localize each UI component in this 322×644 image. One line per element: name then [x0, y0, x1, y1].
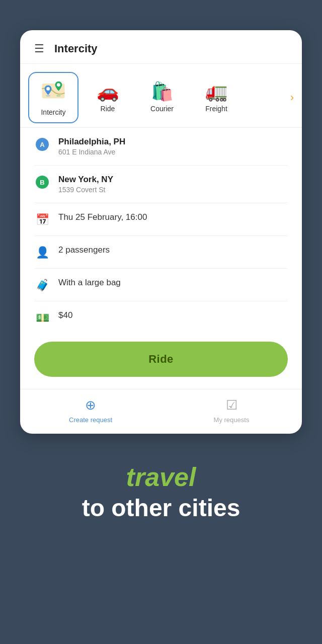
- point-a-content: Philadelphia, PH 601 E Indiana Ave: [58, 137, 125, 156]
- ride-icon: 🚗: [97, 83, 119, 101]
- point-b-icon: B: [34, 175, 50, 189]
- point-a-city: Philadelphia, PH: [58, 137, 125, 147]
- point-a-row[interactable]: A Philadelphia, PH 601 E Indiana Ave: [34, 128, 288, 166]
- nav-requests-label: My requests: [214, 416, 250, 424]
- tab-ride-label: Ride: [101, 105, 115, 113]
- tab-intercity-label: Intercity: [41, 108, 65, 116]
- calendar-icon: 📅: [34, 212, 50, 226]
- point-b-row[interactable]: B New York, NY 1539 Covert St: [34, 166, 288, 203]
- price-row[interactable]: 💵 $40: [34, 301, 288, 334]
- nav-create-label: Create request: [69, 416, 112, 424]
- point-b-content: New York, NY 1539 Covert St: [58, 175, 113, 194]
- point-b-city: New York, NY: [58, 175, 113, 185]
- form-section: A Philadelphia, PH 601 E Indiana Ave B N…: [20, 128, 302, 334]
- main-card: ☰ Intercity: [20, 30, 302, 434]
- hamburger-icon[interactable]: ☰: [34, 42, 44, 55]
- badge-a: A: [36, 138, 49, 151]
- to-cities-text: to other cities: [82, 494, 240, 522]
- bottom-nav: ⊕ Create request ☑ My requests: [20, 389, 302, 434]
- tab-courier[interactable]: 🛍️ Courier: [137, 76, 187, 119]
- ride-button[interactable]: Ride: [34, 342, 288, 377]
- bag-value: With a large bag: [58, 278, 121, 288]
- intercity-icon: [40, 79, 66, 104]
- bag-icon: 🧳: [34, 278, 50, 292]
- tab-freight-label: Freight: [205, 105, 227, 113]
- header-title: Intercity: [54, 42, 98, 55]
- freight-icon: 🚛: [205, 83, 228, 101]
- point-a-address: 601 E Indiana Ave: [58, 148, 125, 156]
- nav-my-requests[interactable]: ☑ My requests: [161, 397, 302, 424]
- point-b-address: 1539 Covert St: [58, 186, 113, 194]
- my-requests-icon: ☑: [226, 397, 237, 413]
- tab-intercity[interactable]: Intercity: [28, 72, 78, 123]
- service-tabs: Intercity 🚗 Ride 🛍️ Courier 🚛 Freight ›: [20, 64, 302, 128]
- create-request-icon: ⊕: [85, 397, 96, 413]
- price-icon: 💵: [34, 310, 50, 325]
- point-a-icon: A: [34, 137, 50, 151]
- footer-text: travel to other cities: [82, 462, 240, 522]
- tab-freight[interactable]: 🚛 Freight: [191, 76, 242, 119]
- nav-create-request[interactable]: ⊕ Create request: [20, 397, 161, 424]
- svg-point-1: [46, 95, 50, 97]
- price-value: $40: [58, 310, 72, 320]
- svg-point-4: [57, 83, 60, 87]
- passengers-row[interactable]: 👤 2 passengers: [34, 236, 288, 269]
- chevron-right-icon: ›: [290, 91, 294, 104]
- passengers-icon: 👤: [34, 245, 50, 259]
- svg-point-2: [46, 87, 50, 91]
- tab-courier-label: Courier: [150, 105, 174, 113]
- tab-ride[interactable]: 🚗 Ride: [83, 76, 133, 119]
- passengers-value: 2 passengers: [58, 245, 110, 255]
- svg-point-3: [56, 95, 61, 97]
- datetime-row[interactable]: 📅 Thu 25 February, 16:00: [34, 203, 288, 236]
- travel-word: travel: [82, 462, 240, 492]
- badge-b: B: [36, 176, 49, 189]
- card-header: ☰ Intercity: [20, 30, 302, 64]
- courier-icon: 🛍️: [151, 83, 174, 101]
- datetime-value: Thu 25 February, 16:00: [58, 212, 147, 222]
- bag-row[interactable]: 🧳 With a large bag: [34, 269, 288, 301]
